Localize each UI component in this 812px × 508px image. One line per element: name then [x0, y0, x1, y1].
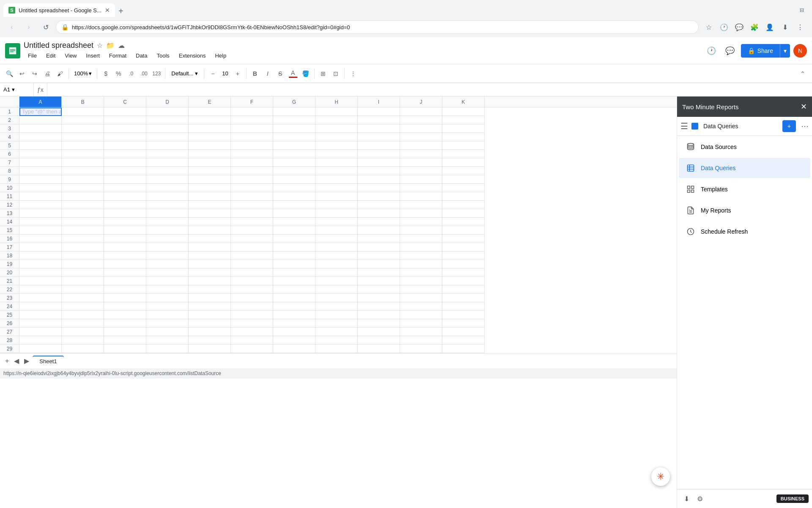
- cell-g14[interactable]: [273, 218, 315, 226]
- cell-k16[interactable]: [442, 235, 485, 243]
- font-size-down-button[interactable]: −: [207, 68, 219, 80]
- cell-g21[interactable]: [273, 277, 315, 285]
- menu-tools[interactable]: Tools: [152, 51, 173, 61]
- menu-extensions[interactable]: Extensions: [175, 51, 210, 61]
- cell-g10[interactable]: [273, 184, 315, 192]
- share-main-button[interactable]: 🔒 Share: [741, 44, 780, 58]
- cell-c24[interactable]: [104, 302, 146, 311]
- cell-e24[interactable]: [189, 302, 231, 311]
- cell-e26[interactable]: [189, 319, 231, 328]
- sheet-nav-right[interactable]: ▶: [22, 355, 31, 367]
- cell-b7[interactable]: [62, 158, 104, 167]
- cell-g28[interactable]: [273, 336, 315, 345]
- cell-h3[interactable]: [315, 124, 358, 133]
- cell-f8[interactable]: [231, 167, 273, 175]
- cell-b26[interactable]: [62, 319, 104, 328]
- cell-e8[interactable]: [189, 167, 231, 175]
- cell-d23[interactable]: [146, 294, 189, 302]
- bookmark-button[interactable]: ☆: [702, 20, 716, 34]
- cell-f17[interactable]: [231, 243, 273, 251]
- cell-i18[interactable]: [358, 251, 400, 260]
- cell-f29[interactable]: [231, 345, 273, 353]
- col-header-b[interactable]: B: [62, 97, 104, 107]
- cell-i22[interactable]: [358, 285, 400, 294]
- cell-f1[interactable]: [231, 108, 273, 116]
- cell-k17[interactable]: [442, 243, 485, 251]
- font-size-display[interactable]: 10: [219, 69, 230, 77]
- redo-button[interactable]: ↪: [29, 68, 41, 80]
- cell-c6[interactable]: [104, 150, 146, 158]
- cell-f28[interactable]: [231, 336, 273, 345]
- cell-a19[interactable]: [19, 260, 62, 268]
- cell-g2[interactable]: [273, 116, 315, 124]
- sidebar-item-data-queries[interactable]: Data Queries: [679, 158, 810, 178]
- cell-h17[interactable]: [315, 243, 358, 251]
- cell-d10[interactable]: [146, 184, 189, 192]
- cell-d11[interactable]: [146, 192, 189, 201]
- cell-g23[interactable]: [273, 294, 315, 302]
- cell-b13[interactable]: [62, 209, 104, 218]
- cell-i16[interactable]: [358, 235, 400, 243]
- cell-d26[interactable]: [146, 319, 189, 328]
- app-title[interactable]: Untitled spreadsheet: [24, 41, 93, 50]
- cell-j3[interactable]: [400, 124, 442, 133]
- cell-a9[interactable]: [19, 175, 62, 184]
- cell-e27[interactable]: [189, 328, 231, 336]
- cell-d9[interactable]: [146, 175, 189, 184]
- cell-h20[interactable]: [315, 268, 358, 277]
- cell-h6[interactable]: [315, 150, 358, 158]
- cell-i11[interactable]: [358, 192, 400, 201]
- search-button[interactable]: 🔍: [3, 68, 15, 80]
- cell-h14[interactable]: [315, 218, 358, 226]
- cell-g1[interactable]: [273, 108, 315, 116]
- menu-format[interactable]: Format: [105, 51, 131, 61]
- cell-i27[interactable]: [358, 328, 400, 336]
- cell-e22[interactable]: [189, 285, 231, 294]
- cell-f26[interactable]: [231, 319, 273, 328]
- font-selector[interactable]: Default... ▾: [168, 69, 201, 77]
- cell-i14[interactable]: [358, 218, 400, 226]
- cell-c11[interactable]: [104, 192, 146, 201]
- col-header-f[interactable]: F: [231, 97, 273, 107]
- cell-d22[interactable]: [146, 285, 189, 294]
- browser-menu-button[interactable]: ⋮: [793, 20, 807, 34]
- cell-b4[interactable]: [62, 133, 104, 141]
- cell-i13[interactable]: [358, 209, 400, 218]
- cell-j11[interactable]: [400, 192, 442, 201]
- cell-j10[interactable]: [400, 184, 442, 192]
- cell-g3[interactable]: [273, 124, 315, 133]
- cell-k10[interactable]: [442, 184, 485, 192]
- cell-a14[interactable]: [19, 218, 62, 226]
- minimize-button[interactable]: ⊟: [795, 3, 809, 17]
- cell-i26[interactable]: [358, 319, 400, 328]
- cell-i24[interactable]: [358, 302, 400, 311]
- cell-c9[interactable]: [104, 175, 146, 184]
- cell-c14[interactable]: [104, 218, 146, 226]
- add-sheet-button[interactable]: +: [3, 356, 11, 367]
- cell-b17[interactable]: [62, 243, 104, 251]
- cell-j27[interactable]: [400, 328, 442, 336]
- cell-j7[interactable]: [400, 158, 442, 167]
- cell-f12[interactable]: [231, 201, 273, 209]
- cell-a29[interactable]: [19, 345, 62, 353]
- cell-e11[interactable]: [189, 192, 231, 201]
- col-header-h[interactable]: H: [315, 97, 358, 107]
- cell-i28[interactable]: [358, 336, 400, 345]
- cell-b22[interactable]: [62, 285, 104, 294]
- cell-a15[interactable]: [19, 226, 62, 235]
- cell-b8[interactable]: [62, 167, 104, 175]
- sheet-tab-1[interactable]: Sheet1: [33, 356, 63, 366]
- cell-a11[interactable]: [19, 192, 62, 201]
- cell-j25[interactable]: [400, 311, 442, 319]
- cell-j20[interactable]: [400, 268, 442, 277]
- cell-g5[interactable]: [273, 141, 315, 150]
- cell-j19[interactable]: [400, 260, 442, 268]
- cell-k13[interactable]: [442, 209, 485, 218]
- cell-c22[interactable]: [104, 285, 146, 294]
- cell-h9[interactable]: [315, 175, 358, 184]
- cell-k2[interactable]: [442, 116, 485, 124]
- fill-color-button[interactable]: 🪣: [300, 68, 312, 80]
- cell-e3[interactable]: [189, 124, 231, 133]
- cell-g22[interactable]: [273, 285, 315, 294]
- cell-h12[interactable]: [315, 201, 358, 209]
